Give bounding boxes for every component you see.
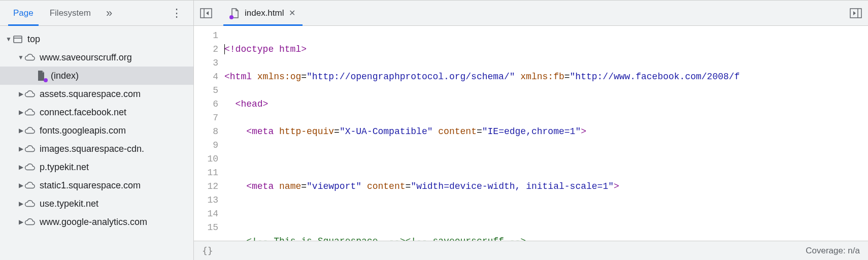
tree-label: p.typekit.net (40, 162, 89, 173)
tab-filesystem[interactable]: Filesystem (42, 1, 99, 25)
tree-item-index[interactable]: (index) (0, 67, 193, 85)
tree-item-domain[interactable]: ▶ static1.squarespace.com (0, 176, 193, 194)
tree-label: assets.squarespace.com (40, 89, 141, 100)
collapse-arrow-icon: ▶ (17, 218, 24, 225)
tree-label: (index) (51, 71, 79, 81)
tree-item-top[interactable]: ▼ top (0, 30, 193, 48)
tree-item-domain[interactable]: ▶ www.google-analytics.com (0, 213, 193, 231)
tree-label: www.saveourscruff.org (40, 52, 132, 63)
frame-icon (12, 34, 23, 45)
collapse-arrow-icon: ▶ (17, 145, 24, 152)
tree-item-domain[interactable]: ▶ connect.facebook.net (0, 103, 193, 121)
tree-label: connect.facebook.net (40, 107, 126, 118)
svg-rect-0 (14, 36, 22, 43)
cloud-icon (24, 125, 36, 136)
tree-item-domain[interactable]: ▶ use.typekit.net (0, 194, 193, 213)
cloud-icon (24, 52, 36, 63)
editor-tab-bar: index.html ✕ (194, 1, 868, 26)
collapse-arrow-icon: ▶ (17, 200, 24, 207)
tree-label: images.squarespace-cdn. (40, 144, 144, 154)
cloud-icon (24, 161, 36, 173)
sidebar-tab-bar: Page Filesystem » ⋮ (0, 1, 193, 26)
collapse-arrow-icon: ▶ (17, 90, 24, 98)
cloud-icon (24, 198, 36, 209)
cloud-icon (24, 107, 36, 118)
collapse-arrow-icon: ▶ (17, 164, 24, 171)
document-icon (230, 8, 241, 18)
tree-label: fonts.googleapis.com (40, 125, 126, 136)
toggle-sidebar-right-icon[interactable] (848, 5, 864, 21)
file-tree: ▼ top ▼ www.saveourscruff.org (index) ▶ … (0, 26, 193, 260)
editor-pane: index.html ✕ 1 2 3 4 5 6 7 8 9 10 11 12 … (194, 1, 868, 260)
tabs-overflow-button[interactable]: » (102, 7, 116, 20)
coverage-label: Coverage: n/a (806, 246, 860, 256)
code-content[interactable]: <!doctype html> <html xmlns:og="http://o… (224, 26, 868, 241)
tree-item-domain[interactable]: ▼ www.saveourscruff.org (0, 48, 193, 67)
editor-status-bar: {} Coverage: n/a (194, 241, 868, 260)
tree-label: use.typekit.net (40, 199, 98, 209)
cloud-icon (24, 216, 36, 228)
editor-tab-index[interactable]: index.html ✕ (223, 1, 303, 25)
cloud-icon (24, 180, 36, 191)
cloud-icon (24, 143, 36, 154)
tree-item-domain[interactable]: ▶ fonts.googleapis.com (0, 121, 193, 140)
cloud-icon (24, 88, 36, 100)
tree-label: static1.squarespace.com (40, 180, 141, 191)
document-icon (36, 70, 47, 81)
navigator-sidebar: Page Filesystem » ⋮ ▼ top ▼ www.saveours… (0, 1, 194, 260)
tab-page[interactable]: Page (5, 1, 42, 25)
line-number-gutter: 1 2 3 4 5 6 7 8 9 10 11 12 13 14 15 (194, 26, 224, 241)
tree-item-domain[interactable]: ▶ images.squarespace-cdn. (0, 140, 193, 158)
tree-label: www.google-analytics.com (40, 217, 147, 228)
tree-item-domain[interactable]: ▶ p.typekit.net (0, 158, 193, 176)
expand-arrow-icon: ▼ (5, 36, 12, 43)
tree-item-domain[interactable]: ▶ assets.squarespace.com (0, 85, 193, 103)
sidebar-kebab-menu-icon[interactable]: ⋮ (165, 7, 188, 20)
collapse-arrow-icon: ▶ (17, 182, 24, 189)
toggle-navigator-icon[interactable] (198, 5, 214, 21)
collapse-arrow-icon: ▶ (17, 109, 24, 116)
code-editor[interactable]: 1 2 3 4 5 6 7 8 9 10 11 12 13 14 15 <!do… (194, 26, 868, 241)
close-tab-icon[interactable]: ✕ (289, 8, 295, 18)
editor-tab-label: index.html (245, 8, 284, 18)
pretty-print-button[interactable]: {} (202, 245, 213, 256)
expand-arrow-icon: ▼ (17, 54, 24, 61)
tree-label: top (27, 34, 40, 45)
collapse-arrow-icon: ▶ (17, 127, 24, 134)
